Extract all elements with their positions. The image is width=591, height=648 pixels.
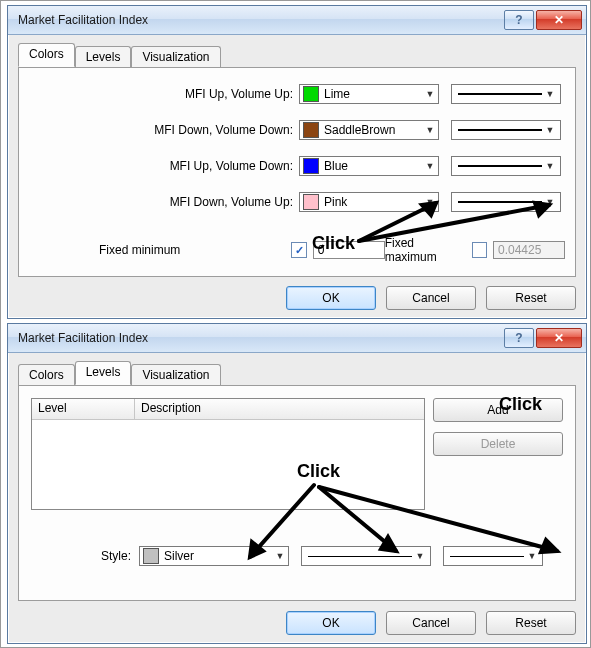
level-side-buttons: Add Delete — [433, 398, 563, 456]
tabstrip: Colors Levels Visualization — [18, 361, 576, 385]
close-icon: ✕ — [537, 329, 581, 347]
line-preview — [458, 129, 542, 131]
color-label: MFI Down, Volume Down: — [19, 123, 299, 137]
chevron-down-icon: ▼ — [272, 547, 288, 565]
tabstrip: Colors Levels Visualization — [18, 43, 576, 67]
color-row-1: MFI Down, Volume Down: SaddleBrown ▼ ▼ — [19, 118, 565, 142]
color-name: Lime — [324, 87, 422, 101]
window-title: Market Facilitation Index — [18, 13, 502, 27]
help-button[interactable]: ? — [504, 328, 534, 348]
color-name: Pink — [324, 195, 422, 209]
lineweight-combo-0[interactable]: ▼ — [451, 84, 561, 104]
tab-colors[interactable]: Colors — [18, 364, 75, 386]
color-combo-mfi-up-vol-down[interactable]: Blue ▼ — [299, 156, 439, 176]
swatch-icon — [303, 158, 319, 174]
lineweight-combo-1[interactable]: ▼ — [451, 120, 561, 140]
color-row-0: MFI Up, Volume Up: Lime ▼ ▼ — [19, 82, 565, 106]
delete-button: Delete — [433, 432, 563, 456]
fixed-max-input — [493, 241, 565, 259]
line-preview — [308, 556, 412, 557]
ok-button[interactable]: OK — [286, 611, 376, 635]
header-level[interactable]: Level — [32, 399, 135, 419]
tab-visualization[interactable]: Visualization — [131, 46, 220, 68]
swatch-icon — [303, 122, 319, 138]
help-button[interactable]: ? — [504, 10, 534, 30]
chevron-down-icon: ▼ — [542, 157, 558, 175]
style-color-combo[interactable]: Silver ▼ — [139, 546, 289, 566]
fixed-row: Fixed minimum ✓ Fixed maximum — [19, 236, 565, 264]
reset-button[interactable]: Reset — [486, 611, 576, 635]
line-preview — [458, 165, 542, 167]
tab-visualization[interactable]: Visualization — [131, 364, 220, 386]
color-label: MFI Up, Volume Up: — [19, 87, 299, 101]
color-combo-mfi-up-vol-up[interactable]: Lime ▼ — [299, 84, 439, 104]
color-label: MFI Up, Volume Down: — [19, 159, 299, 173]
fixed-min-input[interactable] — [313, 241, 385, 259]
fixed-max-checkbox[interactable] — [472, 242, 487, 258]
color-row-2: MFI Up, Volume Down: Blue ▼ ▼ — [19, 154, 565, 178]
color-combo-mfi-down-vol-down[interactable]: SaddleBrown ▼ — [299, 120, 439, 140]
button-bar: OK Cancel Reset — [8, 611, 576, 635]
tabpanel-levels: Level Description Add Delete Style: Silv… — [18, 385, 576, 601]
swatch-icon — [143, 548, 159, 564]
style-lineweight-combo[interactable]: ▼ — [443, 546, 543, 566]
color-name: Blue — [324, 159, 422, 173]
style-linetype-combo[interactable]: ▼ — [301, 546, 431, 566]
ok-button[interactable]: OK — [286, 286, 376, 310]
close-icon: ✕ — [537, 11, 581, 29]
style-color-name: Silver — [164, 549, 272, 563]
dialog-mfi-levels: Market Facilitation Index ? ✕ Colors Lev… — [7, 323, 587, 644]
chevron-down-icon: ▼ — [542, 121, 558, 139]
chevron-down-icon: ▼ — [542, 85, 558, 103]
color-combo-mfi-down-vol-up[interactable]: Pink ▼ — [299, 192, 439, 212]
close-button[interactable]: ✕ — [536, 10, 582, 30]
chevron-down-icon: ▼ — [422, 121, 438, 139]
header-description[interactable]: Description — [135, 399, 424, 419]
swatch-icon — [303, 194, 319, 210]
line-preview — [458, 93, 542, 95]
fixed-max-label: Fixed maximum — [385, 236, 466, 264]
titlebar[interactable]: Market Facilitation Index ? ✕ — [8, 6, 586, 35]
tab-colors[interactable]: Colors — [18, 43, 75, 67]
chevron-down-icon: ▼ — [422, 85, 438, 103]
close-button[interactable]: ✕ — [536, 328, 582, 348]
button-bar: OK Cancel Reset — [8, 286, 576, 310]
fixed-min-label: Fixed minimum — [19, 243, 285, 257]
color-label: MFI Down, Volume Up: — [19, 195, 299, 209]
add-button[interactable]: Add — [433, 398, 563, 422]
cancel-button[interactable]: Cancel — [386, 611, 476, 635]
swatch-icon — [303, 86, 319, 102]
color-row-3: MFI Down, Volume Up: Pink ▼ ▼ — [19, 190, 565, 214]
level-list[interactable]: Level Description — [31, 398, 425, 510]
help-icon: ? — [505, 11, 533, 29]
dialog-mfi-colors: Market Facilitation Index ? ✕ Colors Lev… — [7, 5, 587, 319]
chevron-down-icon: ▼ — [524, 547, 540, 565]
tab-levels[interactable]: Levels — [75, 46, 132, 68]
reset-button[interactable]: Reset — [486, 286, 576, 310]
chevron-down-icon: ▼ — [542, 193, 558, 211]
titlebar[interactable]: Market Facilitation Index ? ✕ — [8, 324, 586, 353]
lineweight-combo-2[interactable]: ▼ — [451, 156, 561, 176]
help-icon: ? — [505, 329, 533, 347]
fixed-min-checkbox[interactable]: ✓ — [291, 242, 306, 258]
lineweight-combo-3[interactable]: ▼ — [451, 192, 561, 212]
window-title: Market Facilitation Index — [18, 331, 502, 345]
chevron-down-icon: ▼ — [422, 193, 438, 211]
line-preview — [458, 201, 542, 203]
chevron-down-icon: ▼ — [422, 157, 438, 175]
style-row: Style: Silver ▼ ▼ ▼ — [31, 546, 563, 566]
chevron-down-icon: ▼ — [412, 547, 428, 565]
cancel-button[interactable]: Cancel — [386, 286, 476, 310]
color-name: SaddleBrown — [324, 123, 422, 137]
line-preview — [450, 556, 524, 557]
tabpanel-colors: MFI Up, Volume Up: Lime ▼ ▼ MFI Down, Vo… — [18, 67, 576, 277]
level-list-header: Level Description — [32, 399, 424, 420]
style-label: Style: — [31, 549, 139, 563]
tab-levels[interactable]: Levels — [75, 361, 132, 385]
